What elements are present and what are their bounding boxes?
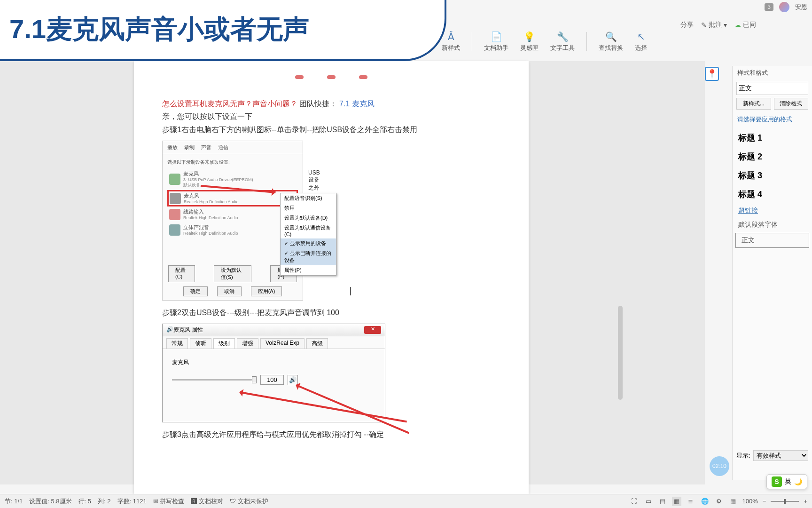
- page-view-icon[interactable]: ▤: [658, 497, 667, 506]
- tab-level: 级别: [213, 338, 235, 349]
- doc-step3: 步骤3点击高级允许应用程序给与模式应用优先都取消掉打勾 --确定: [162, 428, 500, 442]
- show-filter-dropdown[interactable]: 有效样式: [753, 450, 808, 461]
- grid-icon[interactable]: ▦: [728, 497, 738, 506]
- zoom-out-button[interactable]: −: [763, 498, 766, 505]
- menu-show-disconnected: ✓ 显示已断开连接的设备: [281, 248, 336, 265]
- settings-icon[interactable]: ⚙: [714, 497, 724, 506]
- sync-status[interactable]: ☁已同: [734, 21, 756, 29]
- device-stereo-mix: 立体声混音Realtek High Definition Audio: [167, 222, 298, 238]
- doc-assistant-button[interactable]: 📄文档助手: [484, 31, 508, 52]
- status-section: 节: 1/1: [5, 497, 23, 506]
- dot: [295, 75, 304, 79]
- ok-button: 确定: [183, 286, 208, 296]
- zoom-slider[interactable]: [771, 501, 799, 502]
- tab-general: 常规: [166, 338, 188, 349]
- statusbar: 节: 1/1 设置值: 5.8厘米 行: 5 列: 2 字数: 1121 ✉ 拼…: [0, 494, 812, 508]
- search-icon: 🔍: [605, 31, 617, 43]
- location-marker-button[interactable]: 📍: [705, 67, 719, 81]
- fullscreen-icon[interactable]: ⛶: [630, 497, 639, 506]
- scrollbar-thumb[interactable]: [618, 306, 623, 400]
- clear-format-button[interactable]: 清除格式: [774, 98, 809, 110]
- style-heading2[interactable]: 标题 2: [733, 147, 812, 166]
- linein-icon: [169, 209, 180, 220]
- select-button[interactable]: ↖选择: [635, 31, 647, 52]
- show-label: 显示:: [736, 452, 750, 460]
- ribbon-toolbar: Ǎ新样式 📄文档助手 💡灵感匣 🔧文字工具 🔍查找替换 ↖选择: [442, 28, 647, 54]
- speaker-icon: 🔊: [166, 326, 173, 334]
- status-row: 行: 5: [78, 497, 91, 506]
- text-tool-button[interactable]: 🔧文字工具: [550, 31, 575, 52]
- volume-slider: [172, 379, 257, 381]
- device-usb-mic: 麦克风3- USB PnP Audio Device(EEPROM)默认设备: [167, 168, 298, 190]
- doc-heading-line: 怎么设置耳机麦克风无声？声音小问题？ 团队快捷： 7.1 麦克风: [162, 98, 500, 110]
- default-button: 设为默认值(S): [214, 265, 251, 282]
- find-replace-button[interactable]: 🔍查找替换: [599, 31, 623, 52]
- volume-value: 100: [260, 375, 284, 385]
- wrench-icon: 🔧: [556, 31, 569, 43]
- new-style-button[interactable]: Ǎ新样式: [442, 31, 460, 52]
- styles-panel: 样式和格式 正文 新样式... 清除格式 请选择要应用的格式 标题 1 标题 2…: [732, 66, 812, 480]
- ime-language[interactable]: 英: [785, 477, 791, 486]
- ime-logo-icon: S: [772, 476, 782, 487]
- doc-step2: 步骤2双击USB设备---级别---把麦克风声音调节到 100: [162, 306, 500, 320]
- user-name: 安恩: [795, 3, 807, 11]
- avatar[interactable]: [779, 2, 789, 12]
- app-share-toolbar: 分享 ✎批注 ▾ ☁已同: [624, 18, 812, 32]
- style-hyperlink[interactable]: 超链接: [733, 204, 812, 218]
- apply-button: 应用(A): [251, 286, 282, 296]
- dot: [359, 75, 367, 79]
- tab-voizreal: VoIzReal Exp: [260, 338, 304, 349]
- current-style-dropdown[interactable]: 正文: [736, 82, 808, 95]
- moon-icon[interactable]: 🌙: [794, 478, 802, 485]
- notification-badge[interactable]: 3: [765, 3, 773, 11]
- zoom-value[interactable]: 100%: [742, 498, 758, 505]
- document-viewport: 怎么设置耳机麦克风无声？声音小问题？ 团队快捷： 7.1 麦克风 亲，您可以按以…: [0, 61, 705, 484]
- separator: [472, 32, 472, 51]
- device-line-in: 线路输入Realtek High Definition Audio: [167, 206, 298, 222]
- app-titlebar: 3 安恩: [577, 0, 812, 14]
- status-spellcheck[interactable]: ✉ 拼写检查: [153, 497, 185, 506]
- web-view-icon[interactable]: ▦: [672, 497, 681, 506]
- cancel-button: 取消: [217, 286, 242, 296]
- tab-comm: 通信: [218, 144, 228, 151]
- bulb-icon: 💡: [523, 31, 536, 43]
- read-view-icon[interactable]: ▭: [644, 497, 653, 506]
- style-icon: Ǎ: [445, 31, 457, 43]
- document-page: 怎么设置耳机麦克风无声？声音小问题？ 团队快捷： 7.1 麦克风 亲，您可以按以…: [134, 61, 529, 494]
- menu-voice: 配置语音识别(S): [281, 193, 336, 203]
- slider-thumb: [252, 376, 257, 383]
- presentation-title: 7.1麦克风声音小或者无声: [9, 12, 309, 48]
- ime-toolbar[interactable]: S 英 🌙: [766, 474, 807, 489]
- status-proof[interactable]: 🅰 文档校对: [191, 497, 223, 506]
- team-shortcut-label: 团队快捷：: [299, 100, 337, 108]
- comment-icon: ✎: [701, 21, 707, 29]
- new-style-button[interactable]: 新样式...: [736, 98, 771, 110]
- style-heading3[interactable]: 标题 3: [733, 166, 812, 185]
- tab-play: 播放: [167, 144, 178, 151]
- panel-title: 样式和格式: [733, 66, 812, 80]
- outline-view-icon[interactable]: ≣: [686, 497, 695, 506]
- status-charcount[interactable]: 字数: 1121: [117, 497, 147, 506]
- inspiration-button[interactable]: 💡灵感匣: [520, 31, 539, 52]
- style-heading4[interactable]: 标题 4: [733, 185, 812, 204]
- separator: [586, 32, 587, 51]
- style-heading1[interactable]: 标题 1: [733, 128, 812, 147]
- share-button[interactable]: 分享: [680, 21, 694, 29]
- status-col: 列: 2: [98, 497, 110, 506]
- status-protect[interactable]: 🛡 文档未保护: [230, 497, 268, 506]
- menu-default-comm: 设置为默认通信设备(C): [281, 223, 336, 238]
- style-default-font[interactable]: 默认段落字体: [733, 218, 812, 232]
- close-icon: ✕: [364, 326, 381, 334]
- level-panel: 麦克风 100 🔊: [163, 349, 385, 395]
- tab-sound: 声音: [201, 144, 211, 151]
- timer-badge[interactable]: 02:10: [710, 456, 729, 476]
- presentation-title-banner: 7.1麦克风声音小或者无声: [0, 0, 446, 61]
- globe-icon[interactable]: 🌐: [700, 497, 710, 506]
- comment-button[interactable]: ✎批注 ▾: [701, 21, 727, 29]
- cloud-icon: ☁: [734, 21, 741, 29]
- tab-listen: 侦听: [190, 338, 211, 349]
- annotation-arrow: [296, 384, 409, 434]
- menu-show-disabled: ✓ 显示禁用的设备: [281, 238, 336, 248]
- zoom-in-button[interactable]: +: [804, 498, 807, 505]
- style-body[interactable]: 正文: [735, 233, 809, 248]
